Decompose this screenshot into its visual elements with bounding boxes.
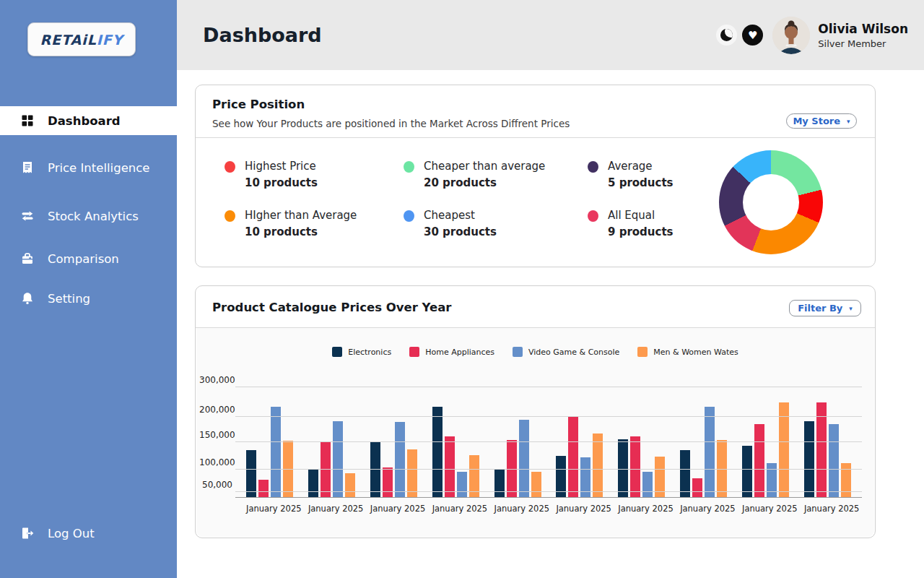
sidebar-item-label: Setting xyxy=(48,292,90,306)
legend-value: 20 products xyxy=(424,176,545,189)
sidebar-item-comparison[interactable]: Comparison xyxy=(0,244,177,273)
legend-value: 10 products xyxy=(245,225,357,238)
bar-men-women-wates xyxy=(593,434,603,497)
legend-dot xyxy=(225,210,235,222)
legend-item: HIgher than Average10 products xyxy=(225,209,404,238)
series-name: Home Appliances xyxy=(425,348,494,357)
sidebar-item-price-intelligence[interactable]: Price Intelligence xyxy=(0,153,177,182)
legend-texts: Highest Price10 products xyxy=(245,160,318,189)
bar-chart-section: ElectronicsHome AppliancesVideo Game & C… xyxy=(196,328,874,537)
bar-group xyxy=(618,379,665,497)
price-position-subtitle: See how Your Products are positioned in … xyxy=(212,118,858,129)
x-axis-tick-label: January 2025 xyxy=(432,504,479,514)
bar-group xyxy=(370,379,417,497)
sidebar-item-dashboard[interactable]: Dashboard xyxy=(0,106,177,135)
bar-group xyxy=(246,379,293,497)
my-store-dropdown[interactable]: My Store ▾ xyxy=(786,113,857,129)
sidebar-item-stock-analytics[interactable]: Stock Analytics xyxy=(0,202,177,230)
x-axis-tick-label: January 2025 xyxy=(370,504,417,514)
x-axis-tick-label: January 2025 xyxy=(246,504,293,514)
y-axis-tick-label: 300,000 xyxy=(199,375,232,385)
legend-label: Average xyxy=(608,160,674,173)
logout-button[interactable]: Log Out xyxy=(0,519,177,548)
sidebar: RETAiLIFY Dashboard Price Intelligence S… xyxy=(0,0,177,578)
my-store-label: My Store xyxy=(793,116,840,126)
donut-hole xyxy=(743,174,799,230)
user-tier: Silver Member xyxy=(818,38,908,49)
legend-texts: Average5 products xyxy=(608,160,674,189)
bar-home-appliances xyxy=(692,478,702,497)
sidebar-item-label: Price Intelligence xyxy=(48,161,150,175)
bar-video-game-console xyxy=(705,407,715,497)
sidebar-item-label: Stock Analytics xyxy=(48,210,139,223)
price-position-card: Price Position See how Your Products are… xyxy=(195,85,876,267)
price-position-title: Price Position xyxy=(212,98,858,111)
bar-group xyxy=(494,379,541,497)
x-axis-tick-label: January 2025 xyxy=(680,504,727,514)
legend-dot xyxy=(225,161,235,173)
gridline xyxy=(235,491,862,492)
bar-electronics xyxy=(742,446,752,497)
legend-value: 9 products xyxy=(608,225,674,238)
favorites-button[interactable]: ♥ xyxy=(742,25,763,46)
logo-part2: IFY xyxy=(97,32,123,48)
gridline xyxy=(235,387,862,387)
bell-icon xyxy=(19,291,35,306)
series-name: Men & Women Wates xyxy=(653,348,738,357)
filter-by-dropdown[interactable]: Filter By ▾ xyxy=(789,300,861,316)
legend-label: Cheapest xyxy=(424,209,497,222)
bar-home-appliances xyxy=(445,436,455,497)
bar-group xyxy=(308,379,355,497)
legend-texts: All Equal9 products xyxy=(608,209,674,238)
x-axis-line xyxy=(235,497,862,498)
receipt-icon xyxy=(19,160,35,175)
series-legend-item: Electronics xyxy=(332,347,391,357)
bar-chart-plot: 50,000100,000150,000200,000300,000 xyxy=(235,379,862,497)
bar-home-appliances xyxy=(754,424,764,497)
bar-home-appliances xyxy=(258,480,269,497)
dark-mode-toggle[interactable] xyxy=(716,25,737,46)
series-name: Electronics xyxy=(348,348,391,357)
filter-by-label: Filter By xyxy=(798,303,842,314)
legend-texts: Cheapest30 products xyxy=(424,209,497,238)
bar-group xyxy=(742,379,789,497)
y-axis-tick-label: 100,000 xyxy=(199,457,232,467)
x-axis-labels: January 2025January 2025January 2025Janu… xyxy=(235,504,862,514)
bar-groups xyxy=(235,379,862,497)
gridline xyxy=(235,469,862,470)
card-divider xyxy=(196,137,875,138)
legend-label: HIgher than Average xyxy=(245,209,357,222)
bar-electronics xyxy=(494,469,505,498)
bar-electronics xyxy=(618,439,628,497)
legend-dot xyxy=(404,210,414,222)
sidebar-item-setting[interactable]: Setting xyxy=(0,284,177,313)
series-legend-item: Men & Women Wates xyxy=(637,347,738,357)
gridline xyxy=(235,441,862,442)
dashboard-grid-icon xyxy=(19,113,35,128)
bar-electronics xyxy=(680,450,690,497)
series-legend-item: Home Appliances xyxy=(409,347,494,357)
bar-home-appliances xyxy=(568,417,578,497)
bar-men-women-wates xyxy=(531,472,541,497)
series-name: Video Game & Console xyxy=(528,348,619,357)
legend-swatch xyxy=(409,347,419,357)
bar-video-game-console xyxy=(642,472,653,498)
catalogue-prices-card: Product Catalogue Prices Over Year Filte… xyxy=(195,285,876,538)
bar-video-game-console xyxy=(395,422,405,497)
user-avatar[interactable] xyxy=(772,17,810,54)
x-axis-tick-label: January 2025 xyxy=(804,504,851,514)
page-title: Dashboard xyxy=(203,24,322,46)
bar-video-game-console xyxy=(519,420,529,498)
logout-icon xyxy=(19,526,35,540)
y-axis-tick-label: 200,000 xyxy=(199,405,232,415)
legend-label: Cheaper than average xyxy=(424,160,545,173)
bar-group xyxy=(804,379,851,497)
bar-video-game-console xyxy=(333,421,343,497)
header: Dashboard ♥ Olivia Wilson Silver Member xyxy=(177,0,924,70)
bar-group xyxy=(680,379,727,497)
y-axis-tick-label: 50,000 xyxy=(199,480,232,490)
legend-label: All Equal xyxy=(608,209,674,222)
donut-chart xyxy=(719,150,823,254)
legend-dot xyxy=(404,161,414,173)
transfer-arrows-icon xyxy=(19,209,35,223)
